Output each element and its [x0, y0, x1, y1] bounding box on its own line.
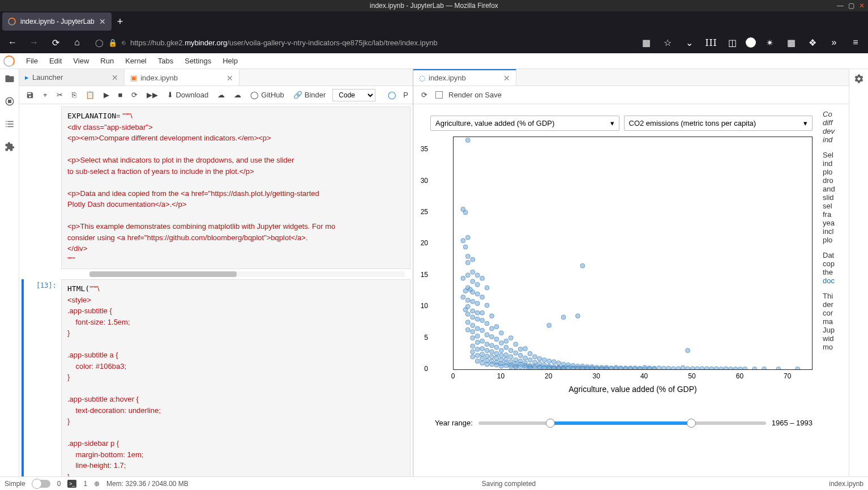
- render-on-save-checkbox[interactable]: [435, 91, 443, 99]
- run-button[interactable]: ▶: [101, 91, 112, 99]
- reload-button[interactable]: ⟳: [48, 35, 63, 50]
- code-cell[interactable]: EXPLANATION= """\ <div class="app-sideba…: [22, 106, 411, 269]
- horizontal-scrollbar[interactable]: [89, 271, 405, 277]
- svg-point-24: [480, 295, 485, 300]
- menu-kernel[interactable]: Kernel: [119, 57, 152, 65]
- x-indicator-select[interactable]: Agriculture, value added (% of GDP)▾: [430, 116, 619, 131]
- svg-point-83: [480, 352, 485, 356]
- slider-thumb-start[interactable]: [546, 419, 555, 428]
- menu-settings[interactable]: Settings: [179, 57, 217, 65]
- sidebar-icon[interactable]: ◫: [724, 35, 740, 50]
- voila-reload-button[interactable]: ⟳: [419, 91, 430, 99]
- celltype-select[interactable]: Code: [332, 89, 375, 101]
- menu-view[interactable]: View: [67, 57, 95, 65]
- menu-help[interactable]: Help: [217, 57, 243, 65]
- svg-point-108: [551, 360, 556, 364]
- running-icon[interactable]: [5, 96, 15, 106]
- overflow-icon[interactable]: »: [826, 35, 842, 50]
- terminal-icon[interactable]: >_: [67, 480, 76, 488]
- slider-thumb-end[interactable]: [687, 419, 696, 428]
- home-button[interactable]: ⌂: [69, 35, 85, 50]
- add-cell-button[interactable]: +: [41, 91, 50, 99]
- cloud-download-icon[interactable]: ☁: [215, 91, 227, 99]
- back-button[interactable]: ←: [5, 35, 20, 50]
- cloud-upload-icon[interactable]: ☁: [232, 91, 243, 99]
- svg-point-7: [463, 245, 468, 249]
- close-icon[interactable]: ✕: [859, 2, 865, 10]
- tab-close-icon[interactable]: ✕: [226, 74, 233, 83]
- copy-button[interactable]: ⎘: [70, 91, 79, 99]
- notebook-content[interactable]: EXPLANATION= """\ <div class="app-sideba…: [19, 104, 413, 476]
- menu-file[interactable]: File: [20, 57, 44, 65]
- maximize-icon[interactable]: ▢: [848, 2, 854, 10]
- voila-pane: ◌ index.ipynb ✕ ⟳ Render on Save Agricul…: [413, 69, 849, 476]
- folder-icon[interactable]: [5, 74, 15, 84]
- browser-tab-title: index.ipynb - JupyterLab: [20, 18, 95, 25]
- menu-edit[interactable]: Edit: [44, 57, 67, 65]
- menu-run[interactable]: Run: [95, 57, 119, 65]
- jupyter-logo-icon[interactable]: [3, 56, 15, 67]
- binder-button[interactable]: 🔗Binder: [291, 91, 328, 99]
- kernel-icon[interactable]: ⊕: [94, 480, 100, 488]
- svg-point-2: [465, 138, 470, 143]
- kernel-status-icon[interactable]: ◯: [386, 91, 399, 99]
- svg-point-58: [494, 337, 499, 342]
- year-range-slider[interactable]: [478, 421, 766, 425]
- y-indicator-select[interactable]: CO2 emissions (metric tons per capita)▾: [624, 116, 813, 131]
- save-status: Saving completed: [482, 480, 536, 488]
- toc-icon[interactable]: [5, 119, 15, 129]
- tab-close-icon[interactable]: ✕: [112, 73, 118, 82]
- menu-tabs[interactable]: Tabs: [152, 57, 179, 65]
- cell-editor[interactable]: EXPLANATION= """\ <div class="app-sideba…: [61, 106, 411, 269]
- browser-tab[interactable]: index.ipynb - JupyterLab ✕: [2, 12, 112, 31]
- bookmark-icon[interactable]: ☆: [660, 35, 675, 50]
- cell-editor[interactable]: HTML("""\ <style> .app-subtitle { font-s…: [61, 279, 411, 476]
- extensions-icon[interactable]: [5, 142, 15, 152]
- stop-button[interactable]: ■: [116, 91, 125, 99]
- svg-point-60: [480, 339, 485, 343]
- tab-notebook[interactable]: ▣ index.ipynb ✕: [125, 69, 240, 86]
- hamburger-icon[interactable]: ≡: [848, 35, 863, 50]
- cut-button[interactable]: ✂: [54, 91, 65, 99]
- save-button[interactable]: [24, 91, 36, 99]
- svg-point-191: [676, 367, 681, 369]
- download-button[interactable]: ⬇Download: [165, 91, 211, 99]
- svg-point-93: [471, 355, 475, 359]
- ext2-icon[interactable]: ▦: [783, 35, 799, 50]
- svg-point-217: [738, 367, 742, 369]
- tab-label: index.ipynb: [429, 74, 466, 82]
- shield-icon[interactable]: ◯: [95, 39, 104, 47]
- tab-close-icon[interactable]: ✕: [503, 74, 510, 83]
- cell-prompt: [13]:: [24, 279, 61, 476]
- ext3-icon[interactable]: ❖: [805, 35, 820, 50]
- restart-button[interactable]: ⟳: [129, 91, 140, 99]
- svg-point-145: [523, 365, 528, 369]
- code-cell[interactable]: [13]: HTML("""\ <style> .app-subtitle { …: [22, 279, 411, 476]
- svg-point-194: [681, 365, 685, 369]
- simple-toggle[interactable]: [32, 480, 50, 488]
- tab-voila[interactable]: ◌ index.ipynb ✕: [413, 69, 516, 86]
- forward-button[interactable]: →: [26, 35, 42, 50]
- svg-point-77: [490, 350, 494, 354]
- paste-button[interactable]: 📋: [83, 91, 97, 99]
- svg-point-114: [480, 361, 485, 365]
- tab-launcher[interactable]: ▸ Launcher ✕: [19, 69, 125, 86]
- run-all-button[interactable]: ▶▶: [144, 91, 160, 99]
- minimize-icon[interactable]: —: [837, 2, 844, 10]
- ext1-icon[interactable]: ✴: [762, 35, 777, 50]
- profile-icon[interactable]: [746, 37, 756, 48]
- svg-point-13: [465, 273, 470, 278]
- tab-close-icon[interactable]: ✕: [99, 17, 106, 26]
- library-icon[interactable]: 𝖨𝖨𝖨: [703, 35, 719, 50]
- svg-point-9: [471, 257, 475, 262]
- url-bar[interactable]: ◯ 🔒 ⎋ https://hub.gke2.mybinder.org/user…: [91, 34, 632, 51]
- github-button[interactable]: ◯GitHub: [248, 91, 286, 99]
- apps-icon[interactable]: ▦: [638, 35, 654, 50]
- permission-icon[interactable]: ⎋: [122, 39, 126, 46]
- new-tab-button[interactable]: +: [117, 16, 123, 28]
- pocket-icon[interactable]: ⌄: [681, 35, 697, 50]
- lock-icon[interactable]: 🔒: [108, 39, 117, 47]
- svg-point-128: [504, 363, 508, 368]
- notebook-icon: ▣: [130, 74, 137, 82]
- property-inspector-icon[interactable]: [854, 74, 864, 84]
